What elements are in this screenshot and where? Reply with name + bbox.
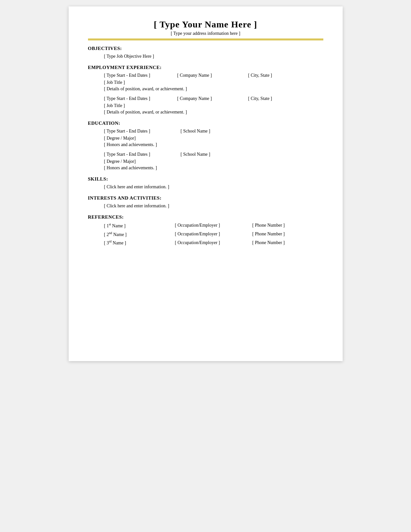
references-title: REFERENCES:: [88, 214, 323, 220]
education-title: EDUCATION:: [88, 121, 323, 126]
interests-title: INTERESTS AND ACTIVITIES:: [88, 195, 323, 201]
reference-row-2: [ 2nd Name ] [ Occupation/Employer ] [ P…: [104, 231, 323, 239]
emp1-dates[interactable]: [ Type Start - End Dates ]: [104, 73, 175, 78]
ref1-occupation[interactable]: [ Occupation/Employer ]: [175, 223, 252, 228]
emp2-details[interactable]: [ Details of position, award, or achieve…: [104, 110, 323, 115]
edu1-honors[interactable]: [ Honors and achievements. ]: [104, 142, 323, 147]
employment-section: EMPLOYMENT EXPERIENCE: [ Type Start - En…: [88, 65, 323, 115]
objectives-content: [ Type Job Objective Here ]: [104, 54, 323, 59]
edu1-dates[interactable]: [ Type Start - End Dates ]: [104, 129, 175, 134]
address-field[interactable]: [ Type your address information here ]: [88, 31, 323, 36]
emp1-details[interactable]: [ Details of position, award, or achieve…: [104, 86, 323, 92]
resume-page: [ Type Your Name Here ] [ Type your addr…: [69, 6, 343, 361]
interests-content: [ Click here and enter information. ]: [104, 203, 323, 209]
emp2-company[interactable]: [ Company Name ]: [175, 96, 246, 101]
ref2-occupation[interactable]: [ Occupation/Employer ]: [175, 232, 252, 237]
ref1-phone[interactable]: [ Phone Number ]: [252, 223, 310, 228]
ref1-name[interactable]: [ 1st Name ]: [104, 222, 175, 229]
ref3-occupation[interactable]: [ Occupation/Employer ]: [175, 240, 252, 245]
education-content: [ Type Start - End Dates ] [ School Name…: [104, 129, 323, 171]
employment-row-2-top: [ Type Start - End Dates ] [ Company Nam…: [104, 96, 323, 103]
references-section: REFERENCES: [ 1st Name ] [ Occupation/Em…: [88, 214, 323, 247]
ref3-name[interactable]: [ 3rd Name ]: [104, 240, 175, 246]
employment-row-1-top: [ Type Start - End Dates ] [ Company Nam…: [104, 73, 323, 79]
employment-entry-2: [ Type Start - End Dates ] [ Company Nam…: [104, 96, 323, 115]
education-section: EDUCATION: [ Type Start - End Dates ] [ …: [88, 121, 323, 171]
ref2-name[interactable]: [ 2nd Name ]: [104, 231, 175, 237]
emp2-dates[interactable]: [ Type Start - End Dates ]: [104, 96, 175, 101]
emp1-jobtitle[interactable]: [ Job Title ]: [104, 80, 323, 85]
employment-title: EMPLOYMENT EXPERIENCE:: [88, 65, 323, 70]
skills-text[interactable]: [ Click here and enter information. ]: [104, 184, 323, 190]
emp1-city[interactable]: [ City, State ]: [246, 73, 294, 78]
top-divider: [88, 39, 323, 40]
edu1-school[interactable]: [ School Name ]: [175, 129, 240, 134]
skills-section: SKILLS: [ Click here and enter informati…: [88, 176, 323, 190]
edu2-honors[interactable]: [ Honors and achievements. ]: [104, 165, 323, 171]
skills-content: [ Click here and enter information. ]: [104, 184, 323, 190]
edu2-degree[interactable]: [ Degree / Major]: [104, 159, 323, 164]
resume-header: [ Type Your Name Here ] [ Type your addr…: [88, 19, 323, 36]
emp2-jobtitle[interactable]: [ Job Title ]: [104, 103, 323, 108]
education-row-1-top: [ Type Start - End Dates ] [ School Name…: [104, 129, 323, 135]
education-entry-2: [ Type Start - End Dates ] [ School Name…: [104, 152, 323, 171]
education-row-2-top: [ Type Start - End Dates ] [ School Name…: [104, 152, 323, 158]
references-content: [ 1st Name ] [ Occupation/Employer ] [ P…: [104, 222, 323, 247]
employment-content: [ Type Start - End Dates ] [ Company Nam…: [104, 73, 323, 115]
education-entry-1: [ Type Start - End Dates ] [ School Name…: [104, 129, 323, 147]
objectives-text[interactable]: [ Type Job Objective Here ]: [104, 54, 323, 59]
interests-text[interactable]: [ Click here and enter information. ]: [104, 203, 323, 209]
reference-row-1: [ 1st Name ] [ Occupation/Employer ] [ P…: [104, 222, 323, 230]
ref2-phone[interactable]: [ Phone Number ]: [252, 232, 310, 237]
reference-row-3: [ 3rd Name ] [ Occupation/Employer ] [ P…: [104, 240, 323, 247]
edu2-school[interactable]: [ School Name ]: [175, 152, 240, 157]
emp2-city[interactable]: [ City, State ]: [246, 96, 294, 101]
skills-title: SKILLS:: [88, 176, 323, 182]
emp1-company[interactable]: [ Company Name ]: [175, 73, 246, 78]
objectives-section: OBJECTIVES: [ Type Job Objective Here ]: [88, 46, 323, 59]
edu2-dates[interactable]: [ Type Start - End Dates ]: [104, 152, 175, 157]
employment-entry-1: [ Type Start - End Dates ] [ Company Nam…: [104, 73, 323, 92]
bottom-divider: [88, 40, 323, 41]
edu1-degree[interactable]: [ Degree / Major]: [104, 136, 323, 141]
objectives-title: OBJECTIVES:: [88, 46, 323, 51]
ref3-phone[interactable]: [ Phone Number ]: [252, 240, 310, 245]
name-field[interactable]: [ Type Your Name Here ]: [88, 19, 323, 30]
interests-section: INTERESTS AND ACTIVITIES: [ Click here a…: [88, 195, 323, 209]
